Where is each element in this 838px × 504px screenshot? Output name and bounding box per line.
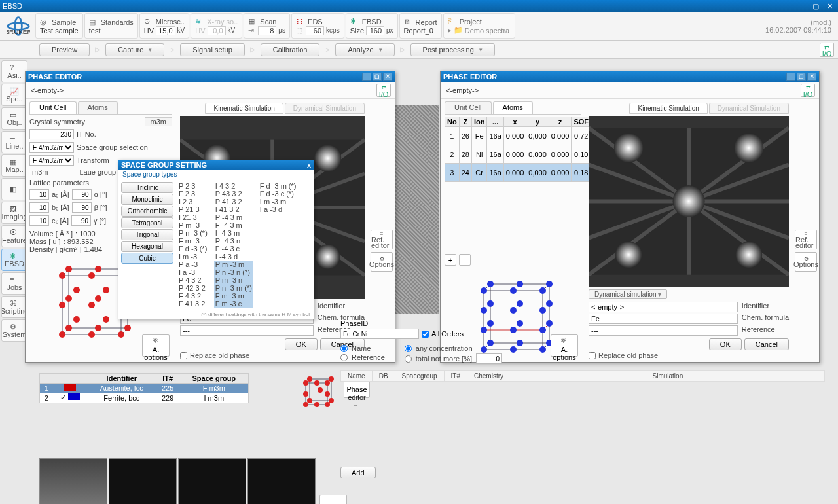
- phase-list-table[interactable]: IdentifierIT#Space group1 Austenite, fcc…: [39, 373, 249, 403]
- side-objects[interactable]: ▭Obj..: [1, 107, 27, 130]
- tab-kinematic[interactable]: Kinematic Simulation: [205, 103, 283, 114]
- sg-entry[interactable]: F d -3 c (*): [259, 190, 298, 198]
- sg-entry[interactable]: P m -3 m: [214, 261, 253, 268]
- side-blank[interactable]: ◧: [1, 178, 27, 200]
- pe2-close-icon[interactable]: ✕: [807, 73, 816, 81]
- sg-entry[interactable]: I a -3: [177, 268, 209, 276]
- pe-close-icon[interactable]: ✕: [383, 73, 392, 81]
- side-assist[interactable]: ?Asi..: [1, 60, 27, 82]
- sg-entry[interactable]: F 4 3 2: [177, 292, 209, 300]
- sg-entry[interactable]: I m -3: [177, 253, 209, 261]
- kikuchi-sim-right[interactable]: [589, 116, 789, 287]
- sg-entry[interactable]: P 2 3: [177, 182, 209, 190]
- it-no-input[interactable]: [29, 129, 74, 139]
- radio-totnot[interactable]: [405, 355, 412, 363]
- reference-input[interactable]: [180, 325, 314, 336]
- sg-entry[interactable]: I 4 3 2: [214, 182, 253, 190]
- c0-input[interactable]: [29, 215, 49, 226]
- pe2-min-icon[interactable]: —: [786, 73, 795, 81]
- close-icon[interactable]: ✕: [824, 2, 835, 10]
- options-button-2[interactable]: ⚙Options: [795, 252, 817, 272]
- alpha-input[interactable]: [72, 189, 92, 200]
- ribbon-ebsd[interactable]: ✱EBSD Size160px: [346, 13, 398, 39]
- sg-entry[interactable]: I m -3 m: [259, 198, 298, 206]
- ref-editor-button-2[interactable]: ≡Ref. editor: [795, 230, 817, 249]
- wf-calibration[interactable]: Calibration: [261, 43, 320, 56]
- sg-entry[interactable]: P 42 3 2: [177, 284, 209, 292]
- thumb-phase[interactable]: [178, 458, 246, 504]
- sg-entry[interactable]: I 2 3: [177, 198, 209, 206]
- radio-anyconc[interactable]: [405, 345, 412, 352]
- ribbon-sample[interactable]: ◎Sample Test sample: [35, 13, 83, 39]
- tab2-unitcell[interactable]: Unit Cell: [445, 101, 492, 114]
- thumb-micr[interactable]: [39, 458, 107, 504]
- sg-entry[interactable]: P m -3 n: [214, 276, 253, 284]
- thumb-pq[interactable]: [109, 458, 177, 504]
- wf-signal[interactable]: Signal setup: [180, 43, 245, 56]
- ribbon-project[interactable]: ⎘Project ▸ 📁 Demo spectra: [443, 13, 515, 39]
- side-scripting[interactable]: ⌘Scripting: [1, 296, 27, 318]
- side-system[interactable]: ⚙System: [1, 319, 27, 342]
- identifier-input-2[interactable]: [589, 302, 738, 312]
- sg-entry[interactable]: F 2 3: [177, 190, 209, 198]
- sg-system-hexagonal[interactable]: Hexagonal: [121, 241, 173, 252]
- wf-postproc[interactable]: Post processing: [410, 43, 495, 56]
- pct-input[interactable]: [476, 353, 502, 364]
- replace-checkbox[interactable]: [180, 352, 187, 359]
- sg-entry[interactable]: P n -3 n (*): [214, 268, 253, 276]
- io-button[interactable]: ⇄I/O: [820, 43, 834, 57]
- wf-analyze[interactable]: Analyze: [335, 43, 394, 56]
- sg-entry[interactable]: I -4 3 m: [214, 229, 253, 237]
- side-imaging[interactable]: 🖼Imaging: [1, 202, 27, 224]
- sg-entry[interactable]: F -4 3 m: [214, 221, 253, 229]
- maximize-icon[interactable]: ▢: [810, 2, 822, 10]
- side-feature[interactable]: ⦿Feature: [1, 225, 27, 247]
- sg-entry[interactable]: F d -3 (*): [177, 245, 209, 253]
- sg-entry[interactable]: P 21 3: [177, 206, 209, 213]
- tab2-atoms[interactable]: Atoms: [493, 101, 533, 114]
- sg-entry[interactable]: F 41 3 2: [177, 300, 209, 308]
- side-ebsd[interactable]: ✱EBSD: [1, 249, 27, 271]
- side-spectra[interactable]: 📈Spe..: [1, 84, 27, 106]
- wf-capture[interactable]: Capture: [105, 43, 164, 56]
- pe-min-icon[interactable]: —: [362, 73, 371, 81]
- phase-row[interactable]: 1 Austenite, fcc225F m3m: [40, 384, 248, 393]
- sg-system-tetragonal[interactable]: Tetragonal: [121, 217, 173, 228]
- add-button[interactable]: Add: [340, 467, 376, 478]
- ref-editor-button[interactable]: ≡Ref. editor: [371, 230, 393, 249]
- phaseid-input[interactable]: [340, 329, 419, 339]
- atom-row[interactable]: 324Cr16a0,0000,0000,0000,18: [445, 164, 608, 182]
- sg-entry[interactable]: P 41 3 2: [214, 198, 253, 206]
- allorders-checkbox[interactable]: [422, 331, 429, 338]
- pe-io-button[interactable]: ⇄I/O: [376, 84, 391, 97]
- ribbon-microscope[interactable]: ⊙Microsc.. HV15,0kV: [139, 13, 189, 39]
- sg-entry[interactable]: P 4 3 2: [177, 276, 209, 284]
- options-button[interactable]: ⚙Options: [371, 252, 393, 272]
- sg-entry[interactable]: P -4 3 m: [214, 213, 253, 221]
- sg-entry[interactable]: P -4 3 n: [214, 237, 253, 245]
- sg-entry[interactable]: F m -3 c: [214, 300, 253, 308]
- sg-entry[interactable]: P a -3: [177, 261, 209, 268]
- sg-system-monoclinic[interactable]: Monoclinic: [121, 194, 173, 205]
- a-options-button[interactable]: ⚛A. options: [142, 334, 170, 357]
- sg-entry[interactable]: F -4 3 c: [214, 245, 253, 253]
- tab2-kinematic[interactable]: Kinematic Simulation: [629, 103, 707, 114]
- beta-input[interactable]: [72, 202, 92, 213]
- ribbon-standards[interactable]: ▤Standards test: [84, 13, 138, 39]
- remove-atom-button[interactable]: -: [459, 254, 471, 266]
- tab-atoms[interactable]: Atoms: [78, 101, 118, 114]
- sg-select-1[interactable]: F 4/m32/m: [29, 142, 74, 153]
- composer-button[interactable]: Composer: [319, 495, 347, 504]
- pe-max-icon[interactable]: ▢: [373, 73, 382, 81]
- ribbon-scan[interactable]: ▦Scan ⇥8µs: [244, 13, 290, 39]
- ok-button[interactable]: OK: [285, 338, 318, 350]
- sg-select-2[interactable]: F 4/m32/m: [29, 155, 74, 166]
- radio-reference[interactable]: [340, 354, 348, 361]
- thumb-ipf[interactable]: [247, 458, 316, 504]
- side-line[interactable]: ─Line..: [1, 131, 27, 153]
- sg-entry[interactable]: P n -3 m (*): [214, 284, 253, 292]
- ribbon-report[interactable]: 🗎Report Report_0: [399, 13, 442, 39]
- sg-entry[interactable]: P m -3: [177, 221, 209, 229]
- add-atom-button[interactable]: +: [445, 254, 456, 266]
- sg-entry[interactable]: P 43 3 2: [214, 190, 253, 198]
